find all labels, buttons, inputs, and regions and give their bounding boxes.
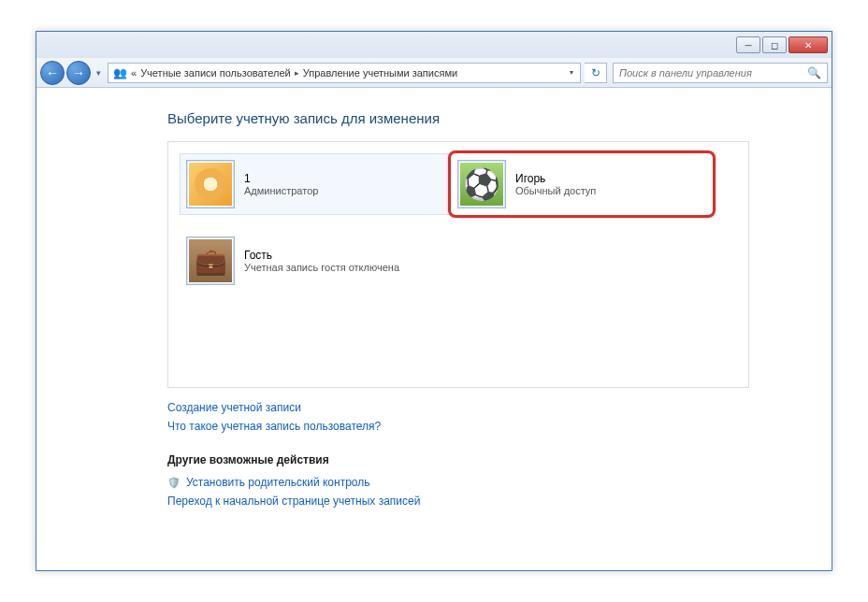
address-bar[interactable]: 👥 « Учетные записи пользователей ▸ Управ… (108, 63, 581, 83)
account-links: Создание учетной записи Что такое учетна… (167, 401, 775, 433)
refresh-button[interactable]: ↻ (585, 63, 607, 83)
back-button[interactable]: ← (40, 61, 65, 85)
account-role: Обычный доступ (515, 185, 596, 196)
forward-button[interactable]: → (66, 61, 91, 85)
maximize-button[interactable]: ◻ (762, 36, 787, 53)
accounts-panel: 1 Администратор Игорь Обычный доступ (167, 141, 749, 388)
account-name: Игорь (515, 172, 596, 185)
breadcrumb-prefix: « (131, 67, 137, 79)
other-actions-heading: Другие возможные действия (167, 453, 775, 466)
history-dropdown[interactable]: ▾ (93, 68, 104, 78)
create-account-link[interactable]: Создание учетной записи (167, 401, 775, 414)
link-label: Установить родительский контроль (186, 476, 370, 489)
page-title: Выберите учетную запись для изменения (167, 110, 775, 126)
shield-icon: 🛡️ (167, 476, 181, 489)
close-button[interactable]: ✕ (788, 36, 828, 53)
account-item-admin[interactable]: 1 Администратор (180, 153, 451, 215)
content-area: Выберите учетную запись для изменения 1 … (36, 88, 832, 570)
search-icon: 🔍 (807, 66, 821, 79)
parental-controls-link[interactable]: 🛡️ Установить родительский контроль (167, 476, 775, 489)
account-name: 1 (244, 172, 318, 185)
avatar (457, 160, 506, 208)
account-name: Гость (244, 249, 399, 262)
minimize-button[interactable]: ─ (736, 36, 760, 53)
search-box[interactable]: 🔍 (613, 63, 828, 83)
flower-icon (189, 163, 232, 206)
account-role: Учетная запись гостя отключена (244, 262, 399, 273)
refresh-icon: ↻ (591, 66, 600, 79)
account-role: Администратор (244, 185, 318, 196)
soccer-ball-icon (460, 163, 503, 206)
address-dropdown[interactable]: ▾ (567, 68, 576, 77)
avatar (186, 236, 235, 285)
chevron-right-icon[interactable]: ▸ (295, 68, 299, 78)
titlebar: ─ ◻ ✕ (36, 32, 832, 58)
breadcrumb-item[interactable]: Учетные записи пользователей (140, 67, 291, 79)
link-label: Переход к начальной странице учетных зап… (167, 494, 420, 508)
user-accounts-icon: 👥 (112, 65, 127, 80)
what-is-account-link[interactable]: Что такое учетная запись пользователя? (167, 420, 775, 433)
account-item-igor[interactable]: Игорь Обычный доступ (451, 153, 722, 215)
accounts-home-link[interactable]: Переход к начальной странице учетных зап… (167, 494, 775, 508)
arrow-right-icon: → (72, 65, 85, 80)
navigation-bar: ← → ▾ 👥 « Учетные записи пользователей ▸… (36, 58, 832, 88)
breadcrumb-item[interactable]: Управление учетными записями (303, 67, 457, 79)
avatar (186, 160, 235, 208)
search-input[interactable] (619, 67, 807, 79)
arrow-left-icon: ← (46, 65, 59, 80)
control-panel-window: ─ ◻ ✕ ← → ▾ 👥 « Учетные записи пользоват… (36, 31, 832, 571)
briefcase-icon (189, 239, 232, 282)
account-item-guest[interactable]: Гость Учетная запись гостя отключена (180, 230, 451, 292)
